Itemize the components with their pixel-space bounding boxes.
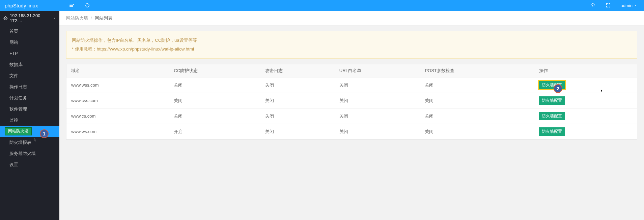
cell: www.css.com — [66, 93, 169, 108]
sidebar-item-8[interactable]: 监控 — [0, 115, 59, 126]
cell: 关闭 — [335, 93, 420, 108]
th-url-whitelist: URL白名单 — [335, 64, 420, 77]
admin-label: admin — [621, 3, 633, 8]
cell: 关闭 — [335, 77, 420, 93]
cell-operation: 防火墙配置 — [534, 93, 637, 108]
cell: 关闭 — [335, 124, 420, 139]
annotation-badge-2: 2 — [554, 84, 562, 93]
sidebar-item-7[interactable]: 软件管理 — [0, 103, 59, 115]
th-cc-status: CC防护状态 — [169, 64, 260, 77]
server-ip-selector[interactable]: 192.168.31.200 172.... — [0, 11, 59, 26]
cell: 关闭 — [420, 93, 534, 108]
cell: 关闭 — [420, 124, 534, 139]
table-row: www.cs.com关闭关闭关闭关闭防火墙配置 — [66, 108, 637, 124]
cell: 关闭 — [420, 77, 534, 93]
chevron-up-icon — [53, 17, 56, 20]
menu-toggle-icon[interactable] — [69, 2, 75, 8]
refresh-icon[interactable] — [84, 2, 90, 8]
th-post-check: POST参数检查 — [420, 64, 534, 77]
sidebar-item-9[interactable]: 网站防火墙 — [0, 126, 59, 137]
fullscreen-icon[interactable] — [605, 2, 611, 8]
cell: 关闭 — [420, 108, 534, 124]
sidebar-item-10[interactable]: 防火墙报表 — [0, 137, 59, 148]
breadcrumb-root[interactable]: 网站防火墙 — [66, 15, 88, 21]
brand-title: phpStudy linux — [0, 0, 59, 11]
cell: 关闭 — [335, 108, 420, 124]
cell: www.wss.com — [66, 77, 169, 93]
site-table: 域名 CC防护状态 攻击日志 URL白名单 POST参数检查 操作 www.ws… — [66, 64, 637, 140]
sidebar-item-1[interactable]: 网站 — [0, 37, 59, 48]
content-area: 网站防火墙 / 网站列表 网站防火墙操作，包含IP白名单、黑名单，CC防护，ua… — [59, 11, 644, 220]
breadcrumb-current: 网站列表 — [95, 15, 112, 21]
cell: www.ws.com — [66, 124, 169, 139]
breadcrumb: 网站防火墙 / 网站列表 — [59, 11, 644, 26]
tip-tutorial-link[interactable]: https://www.xp.cn/phpstudy-linux/waf-ip-… — [97, 46, 194, 52]
cell: 关闭 — [260, 124, 335, 139]
annotation-badge-1: 1 — [40, 129, 49, 138]
sidebar-item-12[interactable]: 设置 — [0, 159, 59, 170]
th-domain: 域名 — [66, 64, 169, 77]
firewall-config-button[interactable]: 防火墙配置 — [539, 127, 565, 136]
cell: 关闭 — [260, 108, 335, 124]
sidebar-item-11[interactable]: 服务器防火墙 — [0, 148, 59, 159]
firewall-config-button[interactable]: 防火墙配置 — [539, 96, 565, 105]
table-row: www.wss.com关闭关闭关闭关闭防火墙配置 — [66, 77, 637, 93]
cell: 关闭 — [169, 93, 260, 108]
firewall-config-button[interactable]: 防火墙配置 — [539, 112, 565, 120]
topbar: phpStudy linux admin — [0, 0, 644, 11]
cell: 关闭 — [169, 77, 260, 93]
sidebar-item-2[interactable]: FTP — [0, 48, 59, 59]
table-row: www.css.com关闭关闭关闭关闭防火墙配置 — [66, 93, 637, 108]
home-icon — [3, 16, 8, 21]
cell-operation: 防火墙配置 — [534, 77, 637, 93]
th-attack-log: 攻击日志 — [260, 64, 335, 77]
cell: 关闭 — [260, 93, 335, 108]
tip-tutorial-prefix: * 使用教程： — [72, 46, 97, 52]
table-row: www.ws.com开启关闭关闭关闭防火墙配置 — [66, 124, 637, 139]
cell-operation: 防火墙配置 — [534, 124, 637, 139]
breadcrumb-separator: / — [91, 15, 92, 21]
cell: www.cs.com — [66, 108, 169, 124]
chevron-down-icon — [634, 4, 637, 7]
cell: 关闭 — [169, 108, 260, 124]
sidebar-item-label: 网站防火墙 — [5, 127, 32, 135]
dashboard-icon[interactable] — [590, 2, 596, 8]
cell: 开启 — [169, 124, 260, 139]
sidebar-item-4[interactable]: 文件 — [0, 70, 59, 81]
th-operation: 操作 — [534, 64, 637, 77]
sidebar-item-6[interactable]: 计划任务 — [0, 92, 59, 103]
server-ip-text: 192.168.31.200 172.... — [10, 13, 51, 23]
cell: 关闭 — [260, 77, 335, 93]
admin-dropdown[interactable]: admin — [621, 3, 637, 8]
sidebar-item-5[interactable]: 操作日志 — [0, 81, 59, 92]
sidebar-item-3[interactable]: 数据库 — [0, 59, 59, 70]
cell-operation: 防火墙配置 — [534, 108, 637, 124]
tip-banner: 网站防火墙操作，包含IP白名单、黑名单，CC防护，ua设置等等 * 使用教程：h… — [66, 31, 637, 59]
sidebar-item-0[interactable]: 首页 — [0, 26, 59, 37]
sidebar: 192.168.31.200 172.... 首页网站FTP数据库文件操作日志计… — [0, 11, 59, 220]
tip-line1: 网站防火墙操作，包含IP白名单、黑名单，CC防护，ua设置等等 — [72, 36, 632, 45]
